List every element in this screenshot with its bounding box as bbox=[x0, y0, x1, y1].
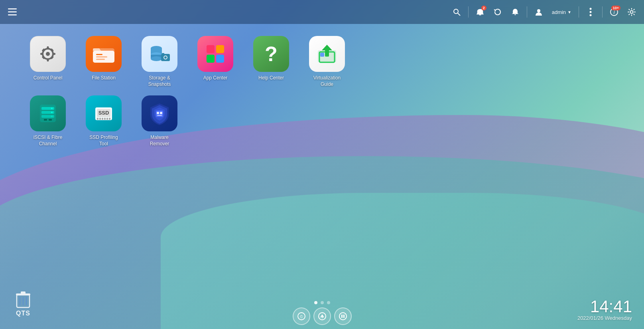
app-virtualization-guide[interactable]: VirtualizationGuide bbox=[303, 36, 351, 87]
malware-icon bbox=[142, 95, 177, 131]
svg-rect-2 bbox=[8, 14, 17, 16]
app-row-2: iSCSI & FibreChannel SSD bbox=[24, 95, 620, 147]
info-button[interactable]: i 10+ bbox=[607, 4, 622, 20]
app-malware-remover[interactable]: MalwareRemover bbox=[136, 95, 183, 147]
svg-rect-46 bbox=[325, 53, 329, 57]
admin-menu-button[interactable]: admin ▼ bbox=[549, 8, 575, 17]
storage-snapshots-label: Storage &Snapshots bbox=[148, 75, 171, 87]
taskbar-right: 2 admin ▼ bbox=[449, 4, 639, 20]
taskbar: 2 admin ▼ bbox=[0, 0, 644, 24]
svg-point-3 bbox=[454, 9, 458, 14]
app-help-center[interactable]: ? Help Center bbox=[247, 36, 295, 81]
page-dot-3[interactable] bbox=[327, 301, 330, 304]
svg-point-12 bbox=[630, 11, 633, 14]
iscsi-icon bbox=[30, 95, 66, 131]
svg-point-7 bbox=[590, 8, 592, 10]
app-iscsi-fibre[interactable]: iSCSI & FibreChannel bbox=[24, 95, 72, 147]
malware-label: MalwareRemover bbox=[150, 135, 169, 147]
app-app-center[interactable]: App Center bbox=[191, 36, 239, 81]
svg-point-52 bbox=[51, 112, 53, 113]
svg-rect-17 bbox=[40, 53, 43, 55]
svg-rect-54 bbox=[44, 119, 47, 121]
search-button[interactable] bbox=[449, 4, 464, 20]
hamburger-menu-button[interactable] bbox=[5, 5, 20, 19]
dock-icon-3[interactable] bbox=[334, 307, 352, 325]
ssd-icon: SSD bbox=[86, 95, 122, 131]
control-panel-label: Control Panel bbox=[33, 75, 63, 81]
svg-rect-15 bbox=[47, 46, 49, 50]
refresh-button[interactable] bbox=[490, 4, 505, 20]
app-file-station[interactable]: File Station bbox=[80, 36, 128, 81]
divider-4 bbox=[602, 6, 603, 18]
svg-rect-39 bbox=[207, 55, 215, 63]
page-dot-2[interactable] bbox=[321, 301, 324, 304]
iscsi-label: iSCSI & FibreChannel bbox=[33, 135, 63, 147]
svg-rect-45 bbox=[320, 53, 324, 57]
divider-2 bbox=[527, 6, 527, 18]
svg-line-4 bbox=[458, 13, 460, 16]
svg-rect-60 bbox=[99, 118, 101, 120]
svg-text:©: © bbox=[300, 315, 303, 319]
storage-icon bbox=[142, 36, 177, 72]
ssd-label: SSD ProfilingTool bbox=[89, 135, 118, 147]
dock-icon-1[interactable]: © bbox=[293, 307, 310, 325]
svg-rect-81 bbox=[343, 315, 345, 318]
file-station-label: File Station bbox=[92, 75, 116, 81]
svg-rect-27 bbox=[96, 59, 105, 60]
svg-rect-68 bbox=[157, 115, 162, 116]
svg-point-35 bbox=[164, 56, 167, 59]
svg-rect-64 bbox=[109, 118, 110, 120]
app-center-label: App Center bbox=[203, 75, 228, 81]
notifications-button[interactable]: 2 bbox=[473, 4, 488, 20]
svg-rect-16 bbox=[47, 58, 49, 61]
svg-rect-62 bbox=[104, 118, 106, 120]
svg-rect-63 bbox=[106, 118, 108, 120]
app-control-panel[interactable]: Control Panel bbox=[24, 36, 72, 81]
settings-button[interactable] bbox=[624, 4, 639, 20]
svg-point-66 bbox=[157, 112, 159, 114]
svg-rect-55 bbox=[49, 119, 52, 121]
app-row-1: Control Panel File Station bbox=[24, 36, 620, 87]
control-panel-icon bbox=[30, 36, 66, 72]
svg-text:?: ? bbox=[265, 42, 278, 65]
divider-3 bbox=[579, 6, 579, 18]
svg-rect-40 bbox=[216, 55, 224, 63]
file-station-icon bbox=[86, 36, 122, 72]
app-storage-snapshots[interactable]: Storage &Snapshots bbox=[136, 36, 183, 87]
bottom-bar: © bbox=[0, 297, 644, 329]
page-dot-1[interactable] bbox=[314, 301, 317, 304]
svg-rect-38 bbox=[216, 45, 224, 53]
svg-rect-1 bbox=[8, 12, 17, 13]
svg-rect-37 bbox=[207, 45, 215, 53]
alert-button[interactable] bbox=[508, 4, 523, 20]
dock-icon-2[interactable] bbox=[313, 307, 331, 325]
virtualization-icon bbox=[309, 36, 345, 72]
svg-rect-26 bbox=[96, 56, 107, 57]
virtualization-guide-label: VirtualizationGuide bbox=[313, 75, 341, 87]
svg-rect-65 bbox=[156, 111, 163, 117]
divider-1 bbox=[468, 6, 469, 18]
admin-label: admin bbox=[552, 9, 566, 15]
svg-point-8 bbox=[590, 11, 592, 13]
svg-point-51 bbox=[51, 108, 53, 109]
notifications-badge: 2 bbox=[481, 6, 486, 10]
admin-arrow: ▼ bbox=[567, 10, 571, 14]
svg-rect-0 bbox=[8, 8, 17, 10]
svg-rect-80 bbox=[341, 315, 343, 318]
app-ssd-profiling[interactable]: SSD SSD ProfilingTool bbox=[80, 95, 128, 147]
svg-point-14 bbox=[46, 52, 50, 56]
svg-rect-18 bbox=[52, 53, 55, 55]
svg-point-32 bbox=[151, 56, 162, 61]
svg-rect-36 bbox=[162, 53, 164, 54]
svg-point-53 bbox=[51, 116, 53, 117]
page-dots bbox=[314, 301, 330, 304]
help-center-icon: ? bbox=[253, 36, 289, 72]
svg-rect-61 bbox=[102, 118, 103, 120]
svg-text:i: i bbox=[614, 10, 615, 15]
desktop: Control Panel File Station bbox=[0, 24, 644, 329]
help-center-label: Help Center bbox=[258, 75, 284, 81]
svg-rect-25 bbox=[96, 54, 102, 55]
svg-text:SSD: SSD bbox=[98, 110, 109, 116]
more-options-button[interactable] bbox=[583, 4, 598, 20]
user-icon bbox=[531, 4, 546, 20]
